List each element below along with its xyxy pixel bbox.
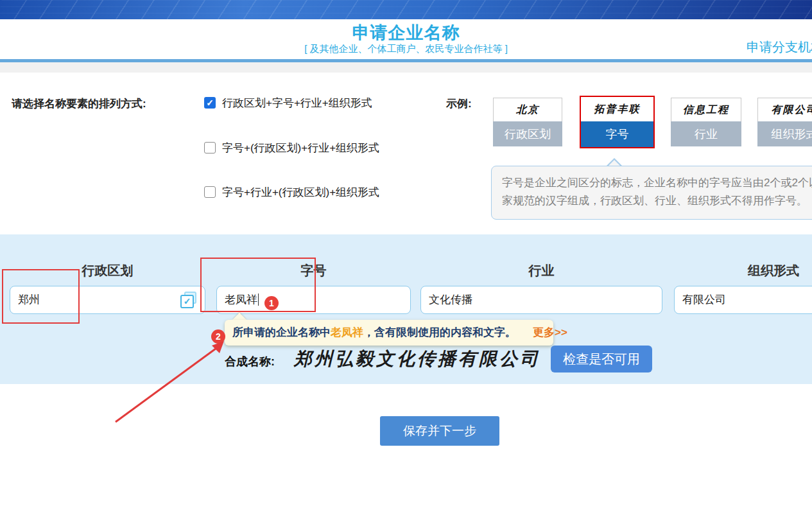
checkbox-option-2[interactable] xyxy=(204,142,216,153)
annotation-rect-region-field xyxy=(2,269,80,324)
more-link[interactable]: 更多>> xyxy=(533,326,567,338)
arrangement-option-3-label: 字号+行业+(行政区划)+组织形式 xyxy=(222,185,379,200)
example-tradename-name: 拓普丰联 xyxy=(581,97,653,121)
example-region-name: 北京 xyxy=(493,98,562,121)
example-industry-type: 行业 xyxy=(671,121,741,146)
example-box-region: 北京 行政区划 xyxy=(493,98,562,146)
warning-suffix: ，含有限制使用的内容和文字。 xyxy=(363,326,516,338)
warning-tooltip-arrow xyxy=(232,313,246,320)
warning-prefix: 所申请的企业名称中 xyxy=(232,326,331,338)
example-tooltip-line1: 字号是企业之间区分的标志，企业名称中的字号应当由2个或2个以上国 xyxy=(502,174,812,192)
example-box-tradename-highlighted: 拓普丰联 字号 xyxy=(580,96,655,148)
column-header-orgform: 组织形式 xyxy=(674,262,812,279)
arrangement-option-2-label: 字号+(行政区划)+行业+组织形式 xyxy=(222,141,379,156)
annotation-step-1-badge: 1 xyxy=(264,296,279,310)
annotation-rect-tradename-field xyxy=(200,258,316,312)
example-box-industry: 信息工程 行业 xyxy=(671,98,741,146)
top-banner xyxy=(0,0,812,19)
page-title: 申请企业名称 xyxy=(0,21,812,44)
save-next-button[interactable]: 保存并下一步 xyxy=(380,416,499,446)
example-tooltip: 字号是企业之间区分的标志，企业名称中的字号应当由2个或2个以上国 家规范的汉字组… xyxy=(491,166,812,220)
example-orgform-name: 有限公司 xyxy=(757,98,812,121)
example-box-orgform: 有限公司 组织形式 xyxy=(757,98,812,146)
tab-branch-application[interactable]: 申请分支机构名称 xyxy=(747,39,812,56)
example-tradename-type: 字号 xyxy=(581,121,653,147)
page: 申请企业名称 [ 及其他企业、个体工商户、农民专业合作社等 ] 申请分支机构名称… xyxy=(0,0,812,517)
checkbox-option-3[interactable] xyxy=(204,186,216,198)
warning-tooltip: 所申请的企业名称中老凤祥，含有限制使用的内容和文字。更多>> xyxy=(225,320,553,346)
example-region-type: 行政区划 xyxy=(493,121,562,146)
check-availability-button[interactable]: 检查是否可用 xyxy=(551,346,652,372)
orgform-input[interactable]: 有限公司 xyxy=(674,286,812,314)
composite-name-label: 合成名称: xyxy=(225,354,275,369)
example-industry-name: 信息工程 xyxy=(671,98,741,121)
header-gray-band xyxy=(0,62,812,73)
page-subtitle: [ 及其他企业、个体工商户、农民专业合作社等 ] xyxy=(0,43,812,55)
arrangement-option-1-label: 行政区划+字号+行业+组织形式 xyxy=(222,96,372,111)
region-select-checkbox-icon[interactable]: ✓ xyxy=(180,292,197,308)
composite-name-value: 郑州弘毅文化传播有限公司 xyxy=(294,347,540,371)
annotation-step-2-badge: 2 xyxy=(211,329,225,344)
warning-restricted-word: 老凤祥 xyxy=(331,326,363,338)
checkbox-option-1-checked[interactable]: ✓ xyxy=(204,97,216,109)
example-orgform-type: 组织形式 xyxy=(757,121,812,146)
arrangement-label: 请选择名称要素的排列方式: xyxy=(12,96,146,111)
industry-input-value: 文化传播 xyxy=(429,294,472,306)
example-label: 示例: xyxy=(446,96,472,111)
industry-input[interactable]: 文化传播 xyxy=(420,286,662,314)
column-header-industry: 行业 xyxy=(420,262,662,279)
orgform-input-value: 有限公司 xyxy=(682,294,726,306)
example-tooltip-line2: 家规范的汉字组成，行政区划、行业、组织形式不得用作字号。 xyxy=(502,192,812,210)
